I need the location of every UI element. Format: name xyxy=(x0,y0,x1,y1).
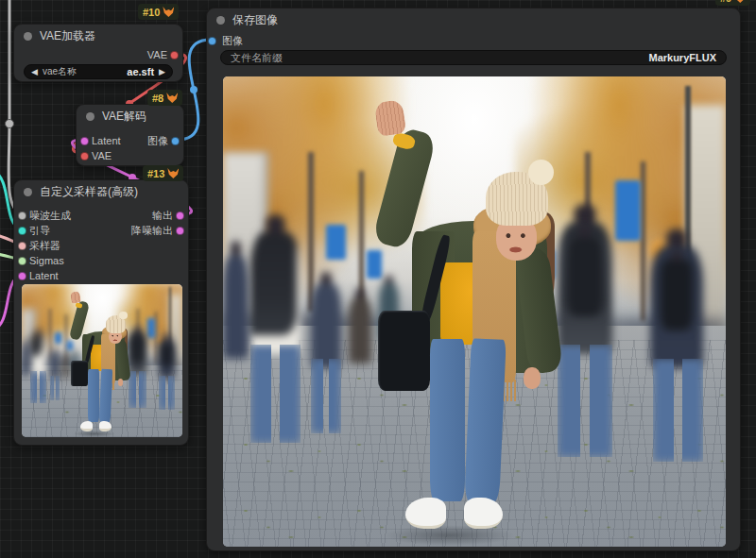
vae-decode-node[interactable]: VAE解码 Latent 图像 VAE xyxy=(76,104,184,166)
vae-name-combo[interactable]: ◀ vae名称 ae.sft ▶ xyxy=(24,64,173,79)
photo-pedestrian xyxy=(50,351,60,379)
widget-value[interactable]: MarkuryFLUX xyxy=(648,52,716,63)
fox-icon xyxy=(163,7,174,17)
filename-prefix-widget[interactable]: 文件名前缀 MarkuryFLUX xyxy=(220,50,727,65)
collapse-dot[interactable] xyxy=(24,188,32,196)
combo-next-icon[interactable]: ▶ xyxy=(159,67,165,76)
slot-label: Sigmas xyxy=(29,255,64,266)
photo-pedestrian xyxy=(62,356,70,378)
slot-label: Latent xyxy=(92,135,121,146)
photo-woman-black-bag xyxy=(71,361,88,387)
photo-woman-jeans-left xyxy=(430,339,465,501)
custom-sampler-node[interactable]: 自定义采样器(高级) 噪波生成 输出 引导 降噪输出 采样器 Sigmas L xyxy=(13,179,189,446)
input-slot-row: Latent xyxy=(77,133,121,148)
badge-text: #13 xyxy=(147,168,164,179)
photo-woman-jeans-right xyxy=(464,338,507,501)
badge-text: #9 xyxy=(720,0,731,4)
photo-backpack xyxy=(567,236,602,316)
save-image-node[interactable]: 保存图像 图像 文件名前缀 MarkuryFLUX xyxy=(206,8,741,551)
image-output-slot[interactable] xyxy=(171,137,180,145)
slot-label: VAE xyxy=(92,150,112,161)
collapse-dot[interactable] xyxy=(24,32,32,41)
fox-icon xyxy=(734,0,746,3)
node-id-badge-clipped: #9 xyxy=(715,0,750,6)
collapse-dot[interactable] xyxy=(216,16,225,25)
photo-pedestrian-legs xyxy=(558,345,613,458)
photo-woman-right-hand xyxy=(524,367,541,389)
badge-text: #10 xyxy=(143,7,160,18)
photo-woman-sneaker-left xyxy=(80,421,94,431)
sampler-input-slot[interactable] xyxy=(18,242,26,250)
photo-woman-sneaker-left xyxy=(405,498,447,529)
sampler-preview-image xyxy=(22,284,182,437)
photo-blue-sign xyxy=(55,332,61,344)
photo-blue-sign xyxy=(67,341,72,350)
photo-woman-shadow xyxy=(384,525,514,546)
node-id-badge: #8 xyxy=(147,90,182,106)
input-slot-row: 图像 xyxy=(207,33,243,48)
input-slot-row: 噪波生成 xyxy=(14,208,71,223)
photo-pedestrian-left xyxy=(250,231,301,353)
slot-label: VAE xyxy=(147,49,167,60)
photo-woman-beanie-pompom xyxy=(528,160,554,185)
guider-input-slot[interactable] xyxy=(18,227,26,235)
latent-input-slot[interactable] xyxy=(80,137,89,145)
vae-loader-node[interactable]: VAE加载器 VAE ◀ vae名称 ae.sft ▶ xyxy=(13,24,183,82)
node-title-bar[interactable]: 自定义采样器(高级) xyxy=(14,180,188,203)
output-slot[interactable] xyxy=(176,211,184,220)
fox-icon xyxy=(167,168,179,178)
fox-icon xyxy=(166,93,178,103)
sigmas-input-slot[interactable] xyxy=(18,257,26,265)
denoised-output-slot[interactable] xyxy=(176,227,184,235)
widget-label: 文件名前缀 xyxy=(231,51,283,65)
photo-pedestrian xyxy=(223,255,249,359)
photo-woman-black-bag xyxy=(378,311,430,391)
photo-pedestrian xyxy=(22,343,30,377)
node-title-bar[interactable]: VAE解码 xyxy=(77,105,183,127)
photo-blue-sign xyxy=(615,180,641,242)
photo-pedestrian-legs xyxy=(311,359,341,434)
slot-label: 采样器 xyxy=(29,239,60,253)
slot-label: Latent xyxy=(29,270,59,281)
photo-pedestrian xyxy=(349,297,371,364)
input-slot-row: 引导 xyxy=(14,223,50,238)
photo-woman-sneaker-right xyxy=(99,421,112,431)
node-id-badge: #10 xyxy=(138,4,179,20)
saved-image-preview xyxy=(223,76,726,547)
image-input-slot[interactable] xyxy=(208,37,216,45)
combo-prev-icon[interactable]: ◀ xyxy=(31,67,38,76)
photo-pedestrian xyxy=(311,283,341,368)
slot-label: 噪波生成 xyxy=(29,209,71,223)
latent-input-slot[interactable] xyxy=(18,272,26,280)
input-slot-row: 采样器 xyxy=(14,238,60,253)
slot-label: 输出 xyxy=(152,209,173,223)
photo-pedestrian-legs xyxy=(250,345,301,444)
collapse-dot[interactable] xyxy=(86,112,94,121)
photo-backpack xyxy=(131,336,143,363)
vae-output-slot[interactable] xyxy=(170,51,179,59)
node-title-bar[interactable]: VAE加载器 xyxy=(14,25,182,47)
photo-blue-sign xyxy=(326,225,346,260)
photo-woman-jeans-left xyxy=(88,369,99,422)
photo-blue-sign xyxy=(367,250,382,279)
vae-input-slot[interactable] xyxy=(80,152,89,161)
input-slot-row: VAE xyxy=(77,148,112,163)
input-slot-row: Sigmas xyxy=(14,253,64,268)
combo-label: vae名称 xyxy=(43,65,77,78)
slot-label: 引导 xyxy=(29,224,50,238)
photo-backpack xyxy=(661,260,694,330)
photo-woman-shadow xyxy=(73,431,114,437)
slot-label: 图像 xyxy=(222,34,243,48)
photo-blue-sign xyxy=(147,318,156,338)
noise-input-slot[interactable] xyxy=(18,211,26,220)
slot-label: 图像 xyxy=(147,134,168,148)
photo-pedestrian-left xyxy=(30,334,46,374)
output-slot-row: 输出 xyxy=(152,208,188,223)
node-graph-canvas[interactable]: #10 #8 #13 #9 VAE加载器 VAE ◀ vae名称 ae.sft … xyxy=(0,0,756,558)
node-id-badge: #13 xyxy=(143,165,183,181)
node-title-bar[interactable]: 保存图像 xyxy=(207,8,740,31)
photo-woman-jeans-right xyxy=(98,369,112,422)
photo-woman-sneaker-right xyxy=(464,498,502,529)
reroute-dot[interactable] xyxy=(6,120,14,128)
combo-value[interactable]: ae.sft xyxy=(127,66,154,77)
